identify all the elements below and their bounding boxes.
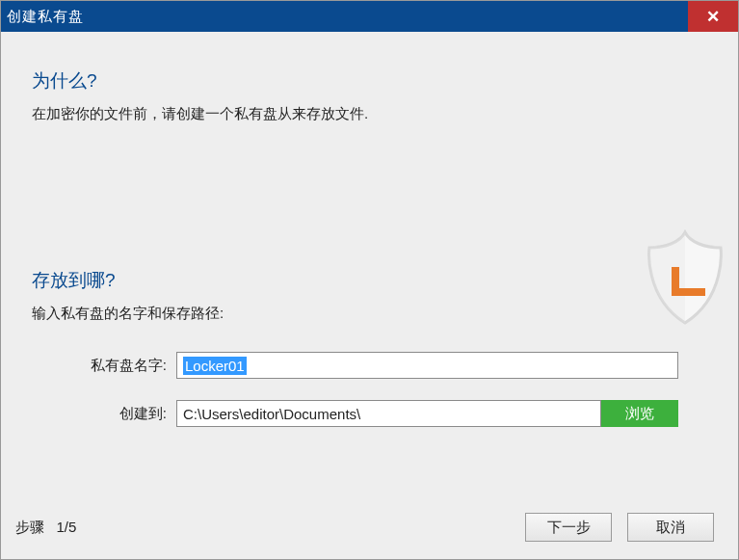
name-label: 私有盘名字: <box>32 357 176 375</box>
path-row: 创建到: 浏览 <box>32 400 707 427</box>
content-area: 为什么? 在加密你的文件前，请创建一个私有盘从来存放文件. 存放到哪? 输入私有… <box>1 32 738 504</box>
name-value-selected: Locker01 <box>183 357 247 375</box>
browse-button[interactable]: 浏览 <box>601 400 678 427</box>
section-why: 为什么? 在加密你的文件前，请创建一个私有盘从来存放文件. <box>32 68 707 123</box>
step-value: 1/5 <box>57 519 77 535</box>
name-input[interactable]: Locker01 <box>176 352 678 379</box>
where-text: 输入私有盘的名字和保存路径: <box>32 305 707 323</box>
window-title: 创建私有盘 <box>7 8 84 26</box>
next-button[interactable]: 下一步 <box>525 513 612 542</box>
close-button[interactable]: ✕ <box>688 1 738 32</box>
shield-icon <box>632 225 738 331</box>
path-group: 浏览 <box>176 400 707 427</box>
why-text: 在加密你的文件前，请创建一个私有盘从来存放文件. <box>32 105 707 123</box>
title-bar: 创建私有盘 ✕ <box>1 1 738 32</box>
step-label: 步骤 <box>15 519 44 535</box>
why-heading: 为什么? <box>32 68 707 93</box>
close-icon: ✕ <box>706 7 720 27</box>
section-where: 存放到哪? 输入私有盘的名字和保存路径: <box>32 268 707 323</box>
where-heading: 存放到哪? <box>32 268 707 293</box>
footer: 步骤 1/5 下一步 取消 <box>1 503 738 559</box>
path-input[interactable] <box>176 400 601 427</box>
name-row: 私有盘名字: Locker01 <box>32 352 707 379</box>
step-indicator: 步骤 1/5 <box>15 519 76 537</box>
footer-buttons: 下一步 取消 <box>525 513 714 542</box>
path-label: 创建到: <box>32 405 176 423</box>
cancel-button[interactable]: 取消 <box>627 513 714 542</box>
